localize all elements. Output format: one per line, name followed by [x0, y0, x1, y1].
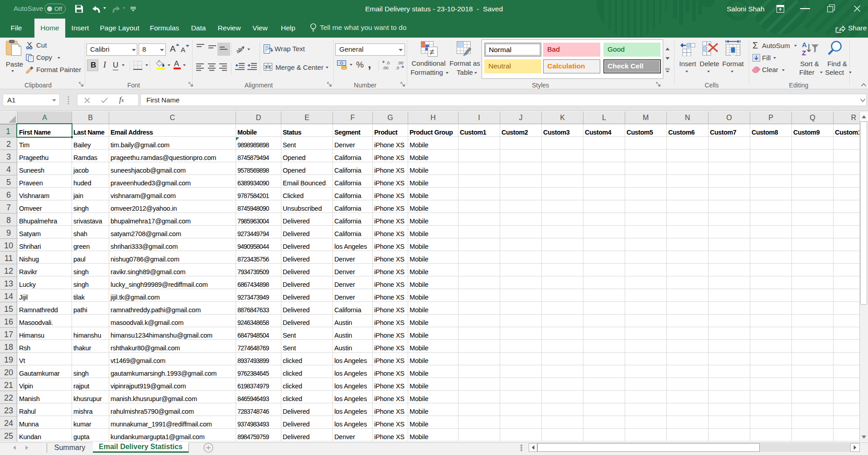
svg-text:A: A — [802, 41, 807, 48]
svg-text:.00: .00 — [382, 65, 388, 70]
svg-text:.0: .0 — [395, 65, 399, 70]
svg-text:.00: .00 — [397, 60, 403, 65]
svg-text:≠: ≠ — [429, 47, 434, 57]
svg-text:.0: .0 — [386, 60, 390, 65]
svg-text:Z: Z — [802, 49, 806, 56]
